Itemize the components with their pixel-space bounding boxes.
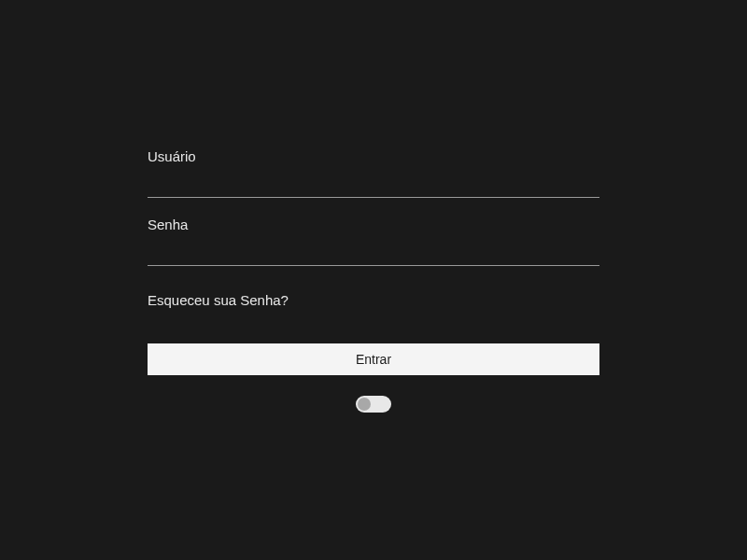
- toggle-knob: [358, 398, 371, 411]
- theme-toggle[interactable]: [356, 396, 391, 413]
- password-input[interactable]: [148, 238, 599, 266]
- login-button-label: Entrar: [356, 352, 391, 367]
- username-label: Usuário: [148, 148, 599, 164]
- toggle-container: [356, 396, 391, 413]
- username-input[interactable]: [148, 170, 599, 198]
- password-label: Senha: [148, 217, 599, 232]
- forgot-password-link[interactable]: Esqueceu sua Senha?: [148, 292, 289, 308]
- username-field-group: Usuário: [148, 148, 599, 198]
- password-field-group: Senha: [148, 217, 599, 266]
- login-button[interactable]: Entrar: [148, 343, 599, 375]
- login-form: Usuário Senha Esqueceu sua Senha? Entrar: [148, 148, 599, 413]
